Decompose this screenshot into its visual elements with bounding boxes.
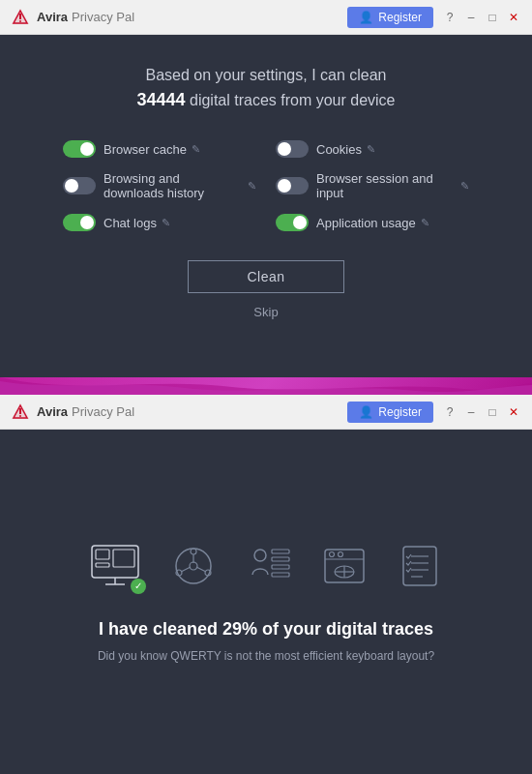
svg-rect-11 bbox=[96, 550, 109, 559]
person-icon: 👤 bbox=[359, 11, 373, 24]
close-button-bottom[interactable]: ✕ bbox=[505, 403, 522, 421]
progress-icon-globe-browser bbox=[320, 542, 369, 590]
avira-logo-2 bbox=[10, 402, 31, 423]
svg-point-30 bbox=[339, 551, 343, 556]
option-browser-cache: Browser cache ✎ bbox=[63, 140, 256, 158]
minimize-button-2[interactable]: – bbox=[462, 403, 480, 421]
toggle-cookies[interactable] bbox=[276, 140, 309, 158]
app-usage-label: Application usage bbox=[316, 216, 416, 230]
help-button-2[interactable]: ? bbox=[441, 403, 458, 421]
options-grid: Browser cache ✎ Cookies ✎ Browsing and d… bbox=[63, 140, 469, 231]
skip-button[interactable]: Skip bbox=[253, 305, 278, 319]
app-subtitle-2: Privacy Pal bbox=[72, 404, 134, 419]
person-icon-2: 👤 bbox=[359, 405, 373, 419]
progress-icon-monitor: ✓ bbox=[88, 542, 142, 590]
svg-line-20 bbox=[196, 567, 206, 572]
app-name: Avira bbox=[37, 10, 68, 24]
toggle-browsing-history[interactable] bbox=[63, 177, 96, 194]
network-svg bbox=[169, 542, 218, 590]
progress-icon-checklist bbox=[396, 542, 444, 590]
top-window-content: Based on your settings, I can clean 3444… bbox=[0, 35, 532, 377]
svg-rect-12 bbox=[96, 563, 109, 567]
svg-line-19 bbox=[181, 567, 191, 572]
bottom-window: Avira Privacy Pal 👤 Register ? – □ ✕ bbox=[0, 395, 532, 774]
toggle-browser-session[interactable] bbox=[276, 177, 309, 194]
checklist-svg bbox=[396, 542, 444, 590]
svg-point-22 bbox=[254, 550, 266, 561]
edit-browser-session-icon[interactable]: ✎ bbox=[460, 180, 469, 193]
edit-app-usage-icon[interactable]: ✎ bbox=[421, 217, 429, 229]
browser-session-label: Browser session and input bbox=[316, 171, 456, 200]
option-browsing-history: Browsing and downloads history ✎ bbox=[63, 171, 256, 200]
register-button-2[interactable]: 👤 Register bbox=[347, 402, 433, 423]
maximize-button-2[interactable]: □ bbox=[484, 403, 501, 421]
register-button[interactable]: 👤 Register bbox=[347, 7, 433, 28]
edit-browsing-history-icon[interactable]: ✎ bbox=[248, 180, 256, 193]
svg-point-3 bbox=[19, 20, 21, 22]
clean-button[interactable]: Clean bbox=[188, 260, 343, 293]
browsing-history-label: Browsing and downloads history bbox=[103, 171, 243, 200]
option-cookies: Cookies ✎ bbox=[276, 140, 469, 158]
option-app-usage: Application usage ✎ bbox=[276, 214, 469, 231]
top-window: Avira Privacy Pal 👤 Register ? – □ ✕ Bas… bbox=[0, 0, 532, 377]
svg-rect-26 bbox=[272, 573, 289, 577]
toggle-app-usage[interactable] bbox=[276, 214, 309, 231]
edit-browser-cache-icon[interactable]: ✎ bbox=[192, 143, 200, 156]
svg-point-7 bbox=[19, 415, 21, 417]
svg-rect-23 bbox=[272, 550, 289, 553]
progress-icons: ✓ bbox=[88, 542, 444, 590]
headline: Based on your settings, I can clean 3444… bbox=[136, 64, 395, 113]
svg-point-29 bbox=[330, 551, 335, 556]
svg-rect-34 bbox=[403, 547, 436, 585]
trace-count: 34444 bbox=[136, 90, 185, 109]
close-button-top[interactable]: ✕ bbox=[505, 9, 522, 26]
browser-cache-label: Browser cache bbox=[103, 142, 187, 157]
help-button[interactable]: ? bbox=[441, 9, 458, 26]
toggle-browser-cache[interactable] bbox=[63, 140, 96, 158]
monitor-checkmark: ✓ bbox=[131, 579, 146, 594]
chat-logs-label: Chat logs bbox=[103, 216, 157, 230]
window-controls-2: ? – □ ✕ bbox=[441, 403, 522, 421]
person-table-svg bbox=[245, 542, 293, 590]
progress-icon-network bbox=[169, 542, 218, 590]
cleaned-subtext: Did you know QWERTY is not the most effi… bbox=[98, 649, 434, 663]
svg-point-15 bbox=[191, 549, 196, 554]
cleaned-headline: I have cleaned 29% of your digital trace… bbox=[99, 619, 433, 640]
option-chat-logs: Chat logs ✎ bbox=[63, 214, 256, 231]
edit-chat-logs-icon[interactable]: ✎ bbox=[162, 217, 170, 229]
svg-rect-13 bbox=[113, 550, 134, 567]
svg-point-21 bbox=[190, 562, 197, 570]
avira-logo bbox=[10, 7, 31, 28]
option-browser-session: Browser session and input ✎ bbox=[276, 171, 469, 200]
svg-rect-24 bbox=[272, 557, 289, 561]
titlebar-bottom: Avira Privacy Pal 👤 Register ? – □ ✕ bbox=[0, 395, 532, 430]
app-subtitle: Privacy Pal bbox=[72, 10, 134, 24]
maximize-button[interactable]: □ bbox=[484, 9, 501, 26]
toggle-chat-logs[interactable] bbox=[63, 214, 96, 231]
window-controls: ? – □ ✕ bbox=[441, 9, 522, 26]
progress-icon-person-table bbox=[245, 542, 293, 590]
cookies-label: Cookies bbox=[316, 142, 362, 157]
titlebar-top: Avira Privacy Pal 👤 Register ? – □ ✕ bbox=[0, 0, 532, 35]
edit-cookies-icon[interactable]: ✎ bbox=[367, 143, 375, 156]
svg-rect-25 bbox=[272, 565, 289, 569]
bottom-window-content: ✓ bbox=[0, 430, 532, 774]
minimize-button[interactable]: – bbox=[462, 9, 480, 26]
svg-rect-8 bbox=[92, 546, 138, 578]
globe-browser-svg bbox=[320, 542, 369, 590]
wave-divider-top bbox=[0, 377, 532, 395]
app-name-2: Avira bbox=[37, 404, 68, 419]
